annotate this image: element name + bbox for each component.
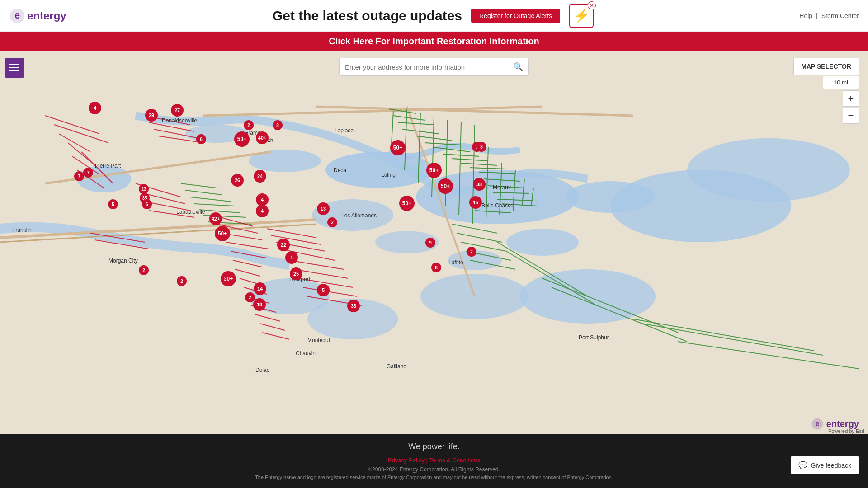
menu-line-2 (9, 67, 19, 68)
header-center: Get the latest outage updates Register f… (272, 4, 594, 28)
outage-cluster[interactable]: 4 (89, 102, 101, 114)
register-button[interactable]: Register for Outage Alerts (471, 9, 560, 23)
header: e entergy Get the latest outage updates … (0, 0, 868, 32)
outage-cluster[interactable]: 25 (290, 267, 302, 280)
footer-links: Privacy Policy | Terms & Conditions (388, 457, 480, 464)
logo-icon: e (9, 8, 25, 24)
outage-cluster[interactable]: 38 (473, 178, 486, 191)
outage-cluster[interactable]: 50+ (399, 196, 415, 211)
svg-point-12 (506, 229, 579, 256)
outage-cluster[interactable]: 29 (145, 109, 158, 122)
entergy-logo: e entergy (9, 8, 66, 24)
outage-cluster[interactable]: 22 (277, 239, 290, 251)
footer-trademark: The Entergy name and logo are registered… (255, 474, 613, 480)
outage-cluster[interactable]: 27 (171, 104, 184, 117)
zoom-in-button[interactable]: + (843, 90, 859, 107)
outage-cluster[interactable]: 4 (256, 193, 269, 206)
outage-cluster[interactable]: 50+ (426, 163, 442, 178)
zoom-controls: + − (843, 90, 859, 124)
outage-cluster[interactable]: 7 (83, 168, 93, 178)
svg-text:e: e (14, 9, 20, 21)
outage-cluster[interactable]: 4 (256, 205, 269, 217)
outage-cluster[interactable]: 2 (327, 217, 337, 227)
outage-cluster[interactable]: 33 (347, 300, 360, 312)
outage-cluster[interactable]: 8 (476, 142, 486, 152)
outage-cluster[interactable]: 50+ (215, 226, 230, 241)
outage-cluster[interactable]: 2 (177, 276, 187, 286)
outage-cluster[interactable]: 50+ (234, 131, 250, 147)
divider: | (816, 12, 818, 19)
map-container[interactable]: 7233556722429272624640+413250+8250+850+5… (0, 51, 868, 434)
feedback-label: Give feedback (811, 462, 852, 469)
privacy-policy-link[interactable]: Privacy Policy (388, 457, 425, 464)
watermark-logo-text: entergy (826, 419, 859, 429)
outage-cluster[interactable]: 14 (254, 282, 266, 295)
menu-line-3 (9, 70, 19, 71)
outage-cluster[interactable]: 7 (74, 171, 84, 181)
feedback-icon: 💬 (798, 461, 807, 469)
search-input[interactable] (345, 63, 513, 71)
outage-title: Get the latest outage updates (272, 8, 462, 23)
esri-credit: Powered by Esri (828, 428, 864, 434)
outage-cluster[interactable]: 6 (196, 134, 206, 144)
outage-cluster[interactable]: 8 (431, 263, 441, 272)
menu-line-1 (9, 64, 19, 65)
outage-cluster[interactable]: 42+ (209, 212, 222, 225)
outage-cluster[interactable]: 19 (253, 298, 266, 311)
outage-cluster[interactable]: 2 (139, 265, 149, 275)
svg-point-18 (687, 138, 850, 202)
help-link[interactable]: Help (799, 12, 812, 19)
outage-cluster[interactable]: 50+ (390, 140, 406, 155)
outage-cluster[interactable]: 26 (231, 174, 244, 187)
footer: We power life. Privacy Policy | Terms & … (0, 434, 868, 488)
outage-cluster[interactable]: 50+ (438, 178, 453, 194)
search-bar: 🔍 (339, 58, 529, 76)
outage-cluster[interactable]: 5 (317, 284, 330, 296)
outage-cluster[interactable]: 2 (244, 120, 254, 130)
outage-cluster[interactable]: 23 (139, 184, 149, 194)
terms-conditions-link[interactable]: Terms & Conditions (429, 457, 480, 464)
outage-cluster[interactable]: 24 (254, 170, 266, 183)
map-selector-button[interactable]: MAP SELECTOR (793, 58, 859, 75)
lightning-badge: ⚡ ✕ (569, 4, 594, 28)
outage-cluster[interactable]: 30+ (221, 271, 236, 286)
footer-tagline: We power life. (408, 442, 460, 451)
outage-cluster[interactable]: 2 (245, 292, 255, 302)
outage-cluster[interactable]: 40+ (256, 131, 269, 144)
outage-cluster[interactable]: 13 (317, 202, 330, 215)
outage-cluster[interactable]: 8 (273, 120, 283, 130)
zoom-scale: 10 mi (823, 76, 859, 89)
search-icon[interactable]: 🔍 (513, 62, 523, 72)
svg-text:e: e (815, 420, 819, 427)
restoration-banner[interactable]: Click Here For Important Restoration Inf… (0, 32, 868, 51)
footer-copyright: ©2008-2024 Entergy Corporation. All Righ… (368, 466, 500, 473)
storm-center-link[interactable]: Storm Center (821, 12, 859, 19)
watermark-logo-icon: e (811, 418, 824, 430)
menu-button[interactable] (5, 58, 24, 78)
banner-text: Click Here For Important Restoration Inf… (329, 36, 539, 47)
outage-cluster[interactable]: 15 (469, 196, 482, 209)
outage-cluster[interactable]: 4 (285, 251, 298, 264)
outage-cluster[interactable]: 2 (467, 247, 476, 257)
logo-area: e entergy (9, 8, 66, 24)
header-right: Help | Storm Center (799, 12, 859, 19)
outage-cluster[interactable]: 5 (108, 199, 118, 209)
logo-text: entergy (27, 9, 66, 22)
zoom-out-button[interactable]: − (843, 108, 859, 124)
outage-cluster[interactable]: 6 (142, 199, 152, 209)
outage-cluster[interactable]: 9 (425, 238, 435, 248)
give-feedback-button[interactable]: 💬 Give feedback (791, 456, 859, 474)
